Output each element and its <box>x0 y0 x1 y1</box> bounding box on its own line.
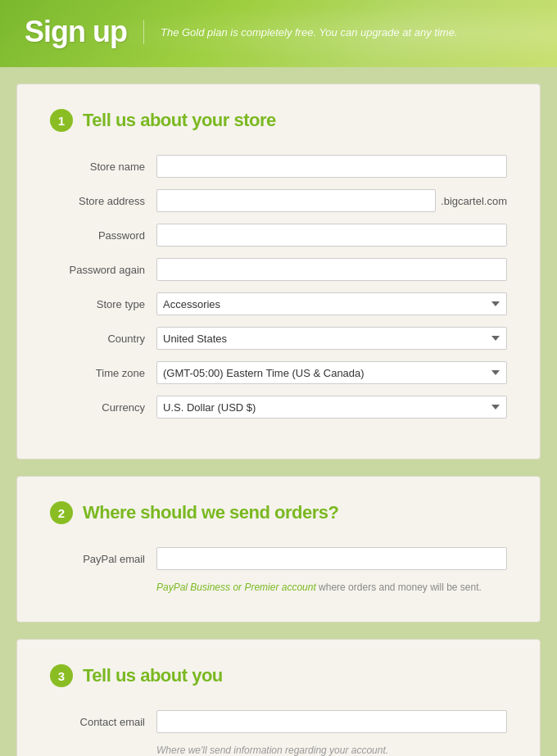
section-about-you: 3 Tell us about you Contact email Where … <box>16 639 541 756</box>
currency-select[interactable]: U.S. Dollar (USD $) Euro (EUR €) British… <box>156 396 507 419</box>
paypal-email-input[interactable] <box>156 547 507 570</box>
store-type-label: Store type <box>50 298 156 310</box>
section3-number: 3 <box>50 664 73 687</box>
store-name-input[interactable] <box>156 155 507 178</box>
country-label: Country <box>50 333 156 345</box>
password-again-input[interactable] <box>156 258 507 281</box>
section2-number: 2 <box>50 501 73 524</box>
timezone-select[interactable]: (GMT-05:00) Eastern Time (US & Canada) (… <box>156 361 507 384</box>
paypal-email-label: PayPal email <box>50 553 156 565</box>
page-title: Sign up <box>25 15 127 49</box>
password-row: Password <box>50 224 507 247</box>
page-header: Sign up The Gold plan is completely free… <box>0 0 557 67</box>
password-input[interactable] <box>156 224 507 247</box>
password-label: Password <box>50 229 156 242</box>
section-store-info: 1 Tell us about your store Store name St… <box>16 84 541 459</box>
store-address-row: Store address .bigcartel.com <box>50 189 507 212</box>
section1-number: 1 <box>50 109 73 132</box>
section2-header: 2 Where should we send orders? <box>50 501 507 524</box>
header-divider <box>143 20 144 44</box>
store-type-row: Store type Accessories Art Books Clothin… <box>50 292 507 315</box>
section1-header: 1 Tell us about your store <box>50 109 507 132</box>
header-subtitle: The Gold plan is completely free. You ca… <box>161 26 458 38</box>
paypal-hint-link[interactable]: PayPal Business or Premier account <box>156 582 316 593</box>
section3-header: 3 Tell us about you <box>50 664 507 687</box>
timezone-label: Time zone <box>50 367 156 379</box>
store-address-wrapper: .bigcartel.com <box>156 189 507 212</box>
store-address-label: Store address <box>50 195 156 207</box>
country-select[interactable]: United States United Kingdom Canada Aust… <box>156 327 507 350</box>
paypal-hint: PayPal Business or Premier account where… <box>156 582 507 593</box>
country-row: Country United States United Kingdom Can… <box>50 327 507 350</box>
contact-email-row: Contact email <box>50 710 507 733</box>
main-container: 1 Tell us about your store Store name St… <box>16 84 541 756</box>
currency-label: Currency <box>50 401 156 414</box>
contact-email-input[interactable] <box>156 710 507 733</box>
section2-title: Where should we send orders? <box>83 502 338 523</box>
password-again-label: Password again <box>50 264 156 276</box>
section3-title: Tell us about you <box>83 665 223 686</box>
paypal-hint-rest: where orders and money will be sent. <box>316 582 482 593</box>
password-again-row: Password again <box>50 258 507 281</box>
domain-suffix: .bigcartel.com <box>441 195 507 207</box>
store-address-input[interactable] <box>156 189 436 212</box>
currency-row: Currency U.S. Dollar (USD $) Euro (EUR €… <box>50 396 507 419</box>
contact-email-label: Contact email <box>50 716 156 728</box>
section1-title: Tell us about your store <box>83 110 276 131</box>
store-name-row: Store name <box>50 155 507 178</box>
contact-email-hint: Where we'll send information regarding y… <box>156 745 507 756</box>
timezone-row: Time zone (GMT-05:00) Eastern Time (US &… <box>50 361 507 384</box>
store-name-label: Store name <box>50 161 156 173</box>
section-orders: 2 Where should we send orders? PayPal em… <box>16 476 541 622</box>
paypal-email-row: PayPal email <box>50 547 507 570</box>
store-type-select[interactable]: Accessories Art Books Clothing Crafts El… <box>156 292 507 315</box>
